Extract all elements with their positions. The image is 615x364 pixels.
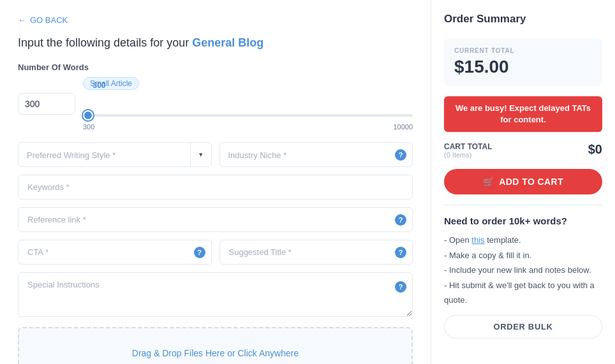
writing-style-field: Formal Informal Technical Creative ▾ Pre…: [18, 142, 212, 167]
industry-niche-field: ? Industry Niche *: [219, 142, 413, 167]
small-article-badge: Small Article: [83, 77, 139, 90]
current-total-amount: $15.00: [454, 57, 592, 77]
cta-input[interactable]: [18, 240, 212, 265]
bulk-order-title: Need to order 10k+ words?: [444, 215, 602, 226]
word-count-label: Number Of Words: [18, 62, 413, 72]
bulk-line-2: - Make a copy & fill it in.: [444, 248, 602, 263]
bulk-this-link[interactable]: this: [471, 235, 484, 245]
page-title-highlight: General Blog: [192, 36, 263, 49]
writing-style-select[interactable]: Formal Informal Technical Creative: [18, 142, 212, 167]
cart-icon: 🛒: [483, 177, 494, 187]
slider-max-label: 10000: [393, 123, 413, 131]
cta-field: ?: [18, 240, 212, 265]
bulk-order-box: Need to order 10k+ words? - Open this te…: [444, 215, 602, 339]
keywords-input[interactable]: [18, 175, 413, 200]
add-to-cart-label: ADD TO CART: [499, 177, 563, 187]
slider-value-display: 300: [93, 81, 106, 90]
cart-total-label: CART TOTAL: [444, 142, 493, 151]
row-special-instructions: ?: [18, 272, 413, 319]
row-cta-title: ? ?: [18, 240, 413, 265]
divider: [444, 205, 602, 205]
reference-link-help-icon[interactable]: ?: [395, 214, 406, 226]
left-panel: ← GO BACK Input the following details fo…: [0, 0, 431, 364]
back-link[interactable]: ← GO BACK: [18, 15, 413, 25]
cta-help-icon[interactable]: ?: [194, 247, 205, 258]
right-panel: Order Summary CURRENT TOTAL $15.00 We ar…: [431, 0, 615, 364]
badge-row: Small Article: [83, 77, 413, 90]
reference-link-input[interactable]: [18, 207, 413, 232]
row-reference: ?: [18, 207, 413, 232]
page-title-prefix: Input the following details for your: [18, 36, 192, 49]
suggested-title-input[interactable]: [219, 240, 413, 265]
word-count-slider[interactable]: [83, 114, 413, 117]
current-total-label: CURRENT TOTAL: [454, 47, 592, 54]
drop-zone[interactable]: Drag & Drop Files Here or Click Anywhere: [18, 327, 413, 364]
special-instructions-textarea[interactable]: [18, 272, 413, 317]
special-instructions-help-icon[interactable]: ?: [395, 281, 406, 293]
bulk-line-1: - Open this template.: [444, 233, 602, 247]
industry-niche-help-icon[interactable]: ?: [395, 149, 406, 161]
reference-link-field: ?: [18, 207, 413, 232]
add-to-cart-button[interactable]: 🛒 ADD TO CART: [444, 169, 602, 194]
word-count-row: Small Article 300 300 10000: [18, 77, 413, 131]
suggested-title-help-icon[interactable]: ?: [395, 247, 406, 258]
bulk-line-4: - Hit submit & we'll get back to you wit…: [444, 278, 602, 308]
row-keywords: [18, 175, 413, 200]
industry-niche-input[interactable]: [219, 142, 413, 167]
drop-zone-text: Drag & Drop Files Here or Click Anywhere: [132, 348, 299, 358]
special-instructions-field: ?: [18, 272, 413, 319]
cart-total-row: CART TOTAL (0 Items) $0: [444, 142, 602, 159]
order-bulk-label: ORDER BULK: [493, 322, 552, 331]
slider-min-label: 300: [83, 123, 94, 131]
word-count-input[interactable]: [18, 93, 75, 115]
busy-banner: We are busy! Expect delayed TATs for con…: [444, 96, 602, 132]
page-title: Input the following details for your Gen…: [18, 36, 413, 50]
cart-total-amount: $0: [588, 142, 602, 157]
order-bulk-button[interactable]: ORDER BULK: [444, 315, 602, 339]
keywords-field: [18, 175, 413, 200]
slider-container: Small Article 300 300 10000: [83, 77, 413, 131]
current-total-box: CURRENT TOTAL $15.00: [444, 38, 602, 86]
row-style-niche: Formal Informal Technical Creative ▾ Pre…: [18, 142, 413, 167]
back-label: GO BACK: [30, 15, 68, 25]
cart-items-count: (0 Items): [444, 151, 493, 159]
suggested-title-field: ?: [219, 240, 413, 265]
back-arrow-icon: ←: [18, 15, 26, 25]
slider-labels: 300 10000: [83, 123, 413, 131]
order-summary-title: Order Summary: [444, 13, 602, 25]
bulk-line-3: - Include your new link and notes below.: [444, 263, 602, 277]
bulk-order-list: - Open this template. - Make a copy & fi…: [444, 233, 602, 307]
order-summary-header: Order Summary: [444, 13, 602, 28]
